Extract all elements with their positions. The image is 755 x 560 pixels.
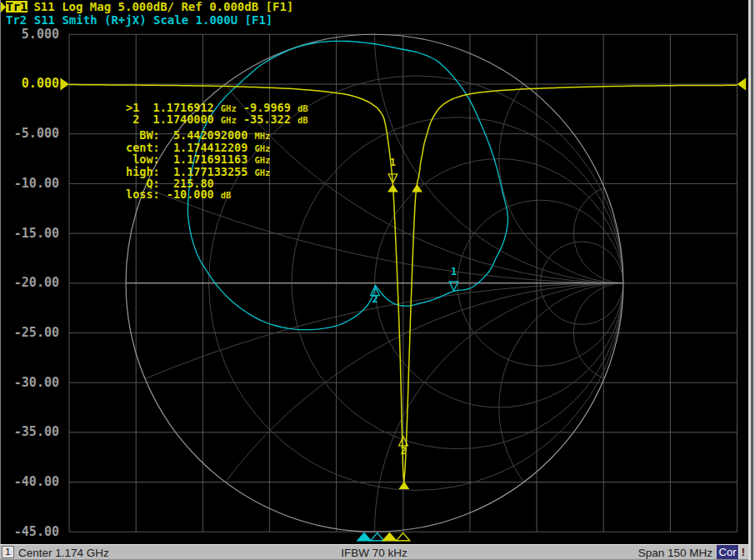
marker1-tr1-label: 1 <box>390 157 396 168</box>
marker2-tr1-label: 2 <box>400 445 406 457</box>
y-axis-label: -35.00 <box>0 426 59 438</box>
vna-screen: 1212 Tr1 S11 Log Mag 5.000dB/ Ref 0.000d… <box>0 0 755 560</box>
stimulus-marker-2[interactable] <box>371 533 384 541</box>
y-axis-label: -25.00 <box>0 327 59 339</box>
bandwidth-readout: BW: 5.442092000 MHz cent: 1.174412209 GH… <box>126 130 270 201</box>
stimulus-marker-1[interactable] <box>358 533 371 541</box>
y-axis-label: 0.000 <box>0 78 59 90</box>
marker2-tr2-label: 2 <box>372 293 378 305</box>
alert-badge[interactable]: ! <box>738 545 748 559</box>
y-axis-label: 5.000 <box>0 28 59 41</box>
stimulus-marker-4[interactable] <box>397 533 410 541</box>
plot-svg: 1212 <box>0 0 755 560</box>
y-axis-label: -30.00 <box>0 377 59 389</box>
y-axis-label: -5.000 <box>0 128 59 140</box>
status-ifbw[interactable]: IFBW 70 kHz <box>0 547 748 559</box>
window-right-border[interactable] <box>748 0 755 560</box>
stimulus-marker-3[interactable] <box>383 533 397 541</box>
trace2-title[interactable]: Tr2 S11 Smith (R+jX) Scale 1.000U [F1] <box>6 13 272 27</box>
bandwidth-marker-0 <box>388 184 398 192</box>
y-axis-label: -10.00 <box>0 178 59 190</box>
status-bar: 1 Center 1.174 GHz IFBW 70 kHz Span 150 … <box>0 544 748 560</box>
y-axis-label: -20.00 <box>0 277 59 289</box>
y-axis-label: -45.00 <box>0 526 59 538</box>
marker-readout: >1 1.1716912 GHz -9.9969 dB 2 1.1740000 … <box>126 102 308 127</box>
correction-status-badge[interactable]: Cor <box>717 545 739 559</box>
y-axis-label: -40.00 <box>0 476 59 488</box>
marker1-tr2-label: 1 <box>451 266 457 278</box>
ref-level-arrow-left <box>60 78 69 91</box>
ref-level-arrow-right <box>738 78 747 91</box>
trace1-badge[interactable]: Tr1 <box>6 1 28 12</box>
status-span[interactable]: Span 150 MHz <box>638 547 712 559</box>
y-axis-label: -15.00 <box>0 228 59 240</box>
trace1-title[interactable]: S11 Log Mag 5.000dB/ Ref 0.000dB [F1] <box>27 0 293 13</box>
bandwidth-marker-1 <box>412 184 422 192</box>
